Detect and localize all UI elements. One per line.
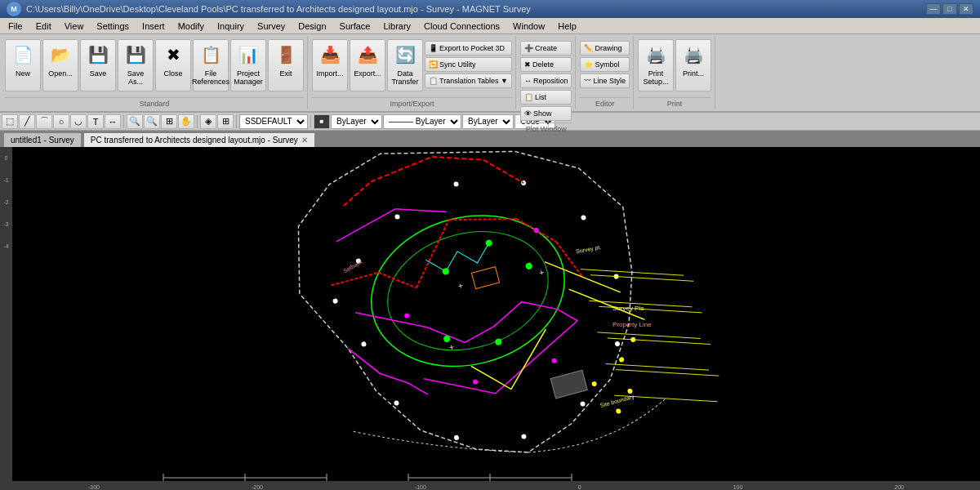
menu-insert[interactable]: Insert <box>136 20 172 32</box>
export-pocket-button[interactable]: 📱 Export to Pocket 3D <box>425 41 512 56</box>
tb-snap[interactable]: ◈ <box>200 114 216 129</box>
linetype-select[interactable]: ByLayer <box>462 114 514 129</box>
menu-library[interactable]: Library <box>376 20 417 32</box>
left-ruler: 0 -1 -2 -3 -4 <box>0 147 12 490</box>
list-button[interactable]: 📋 List <box>520 90 572 105</box>
tb-line[interactable]: ╱ <box>19 114 35 129</box>
tab-close-icon[interactable]: ✕ <box>301 136 308 145</box>
sync-utility-label: Sync Utility <box>439 60 476 69</box>
menu-help[interactable]: Help <box>551 20 583 32</box>
color-select[interactable]: ByLayer <box>331 114 382 129</box>
menu-bar: File Edit View Settings Insert Modify In… <box>0 18 980 34</box>
menu-file[interactable]: File <box>2 20 29 32</box>
tb-pan[interactable]: ✋ <box>178 114 194 129</box>
symbol-button[interactable]: ⭐ Symbol <box>580 57 630 72</box>
reposition-button[interactable]: ↔ Reposition <box>520 74 572 88</box>
show-label: Show <box>533 109 552 118</box>
ribbon-group-plot: ➕ Create ✖ Delete ↔ Reposition 📋 List <box>517 36 577 109</box>
tb-arc[interactable]: ◡ <box>70 114 87 129</box>
menu-survey[interactable]: Survey <box>251 20 292 32</box>
import-icon: 📥 <box>317 42 343 68</box>
close-doc-button[interactable]: ✖ Close <box>155 39 191 91</box>
layer-select[interactable]: SSDEFAULT <box>239 114 308 129</box>
print-button[interactable]: 🖨️ Print... <box>675 39 711 91</box>
tb-grid[interactable]: ⊞ <box>217 114 234 129</box>
new-button[interactable]: 📄 New <box>5 39 41 91</box>
drawing-button[interactable]: ✏️ Drawing <box>580 41 630 56</box>
tb-dimension[interactable]: ↔ <box>105 114 121 129</box>
menu-inquiry[interactable]: Inquiry <box>211 20 251 32</box>
line-style-label: Line Style <box>593 77 626 85</box>
title-text: C:\Users\Billy\OneDrive\Desktop\Clevelan… <box>26 4 531 14</box>
tab-survey-active[interactable]: PC transferred to Architects designed la… <box>83 132 315 147</box>
open-button[interactable]: 📂 Open... <box>42 39 78 91</box>
tb-zoom-extents[interactable]: ⊞ <box>161 114 177 129</box>
tab-untitled[interactable]: untitled1 - Survey <box>3 132 82 147</box>
menu-cloud[interactable]: Cloud Connections <box>417 20 506 32</box>
export-button[interactable]: 📤 Export... <box>350 39 385 91</box>
exit-label: Exit <box>279 69 292 78</box>
translation-tables-button[interactable]: 📋 Translation Tables ▼ <box>425 74 512 88</box>
minimize-button[interactable]: — <box>926 3 941 15</box>
standard-group-label: Standard <box>5 97 304 108</box>
export-pocket-icon: 📱 <box>429 44 438 52</box>
sync-utility-button[interactable]: 🔁 Sync Utility <box>425 57 512 72</box>
data-transfer-button[interactable]: 🔄 Data Transfer <box>387 39 423 91</box>
tb-circle[interactable]: ○ <box>53 114 69 129</box>
tb-zoom-in[interactable]: 🔍 <box>127 114 143 129</box>
file-references-button[interactable]: 📋 File References <box>193 39 229 91</box>
plot-buttons: ➕ Create ✖ Delete ↔ Reposition 📋 List <box>520 38 572 122</box>
tb-zoom-out[interactable]: 🔍 <box>144 114 160 129</box>
menu-design[interactable]: Design <box>292 20 332 32</box>
plot-group-label: Plot Window <box>520 122 572 133</box>
menu-surface[interactable]: Surface <box>333 20 377 32</box>
import-button[interactable]: 📥 Import... <box>312 39 348 91</box>
menu-view[interactable]: View <box>58 20 91 32</box>
drawing-label: Drawing <box>595 44 621 52</box>
reposition-label: Reposition <box>533 77 568 85</box>
export-small-buttons: 📱 Export to Pocket 3D 🔁 Sync Utility 📋 T… <box>425 39 512 88</box>
line-style-button[interactable]: 〰 Line Style <box>580 74 630 88</box>
list-label: List <box>535 93 546 101</box>
delete-label: Delete <box>532 60 554 69</box>
tb-text[interactable]: T <box>87 114 104 129</box>
project-icon: 📊 <box>235 42 261 68</box>
svg-rect-0 <box>0 147 980 490</box>
close-doc-icon: ✖ <box>160 42 186 68</box>
sync-icon: 🔁 <box>429 60 438 69</box>
standard-buttons: 📄 New 📂 Open... 💾 Save 💾 Save As... ✖ <box>5 38 304 97</box>
delete-button[interactable]: ✖ Delete <box>520 57 572 72</box>
tab-untitled-label: untitled1 - Survey <box>11 136 74 145</box>
app-logo: M <box>7 2 21 16</box>
menu-modify[interactable]: Modify <box>172 20 211 32</box>
window-controls[interactable]: — □ ✕ <box>926 3 973 15</box>
sep3 <box>236 115 237 128</box>
menu-settings[interactable]: Settings <box>90 20 136 32</box>
print-setup-button[interactable]: 🖨️ Print Setup... <box>638 39 674 91</box>
reposition-icon: ↔ <box>524 77 532 85</box>
sep4 <box>310 115 311 128</box>
show-button[interactable]: 👁 Show <box>520 106 572 121</box>
lineweight-select[interactable]: ——— ByLayer <box>383 114 461 129</box>
maximize-button[interactable]: □ <box>942 3 957 15</box>
tb-polyline[interactable]: ⌒ <box>36 114 52 129</box>
menu-window[interactable]: Window <box>506 20 551 32</box>
menu-edit[interactable]: Edit <box>29 20 58 32</box>
svg-text:Survey Pts: Survey Pts <box>612 305 644 312</box>
save-button[interactable]: 💾 Save <box>80 39 116 91</box>
file-ref-icon: 📋 <box>198 42 224 68</box>
ribbon-group-import-export: 📥 Import... 📤 Export... 🔄 Data Transfer … <box>309 36 516 109</box>
export-label: Export... <box>354 69 381 78</box>
exit-button[interactable]: 🚪 Exit <box>268 39 304 91</box>
create-button[interactable]: ➕ Create <box>520 41 572 56</box>
close-button[interactable]: ✕ <box>959 3 973 15</box>
list-icon: 📋 <box>524 93 533 101</box>
project-manager-button[interactable]: 📊 Project Manager <box>230 39 266 91</box>
canvas-area[interactable]: 0 -1 -2 -3 -4 -300 -200 -100 0 100 200 <box>0 147 980 490</box>
tb-color[interactable]: ■ <box>314 114 330 129</box>
save-as-button[interactable]: 💾 Save As... <box>118 39 154 91</box>
tb-select[interactable]: ⬚ <box>2 114 18 129</box>
new-icon: 📄 <box>10 42 36 68</box>
sep2 <box>197 115 198 128</box>
close-doc-label: Close <box>163 69 182 78</box>
